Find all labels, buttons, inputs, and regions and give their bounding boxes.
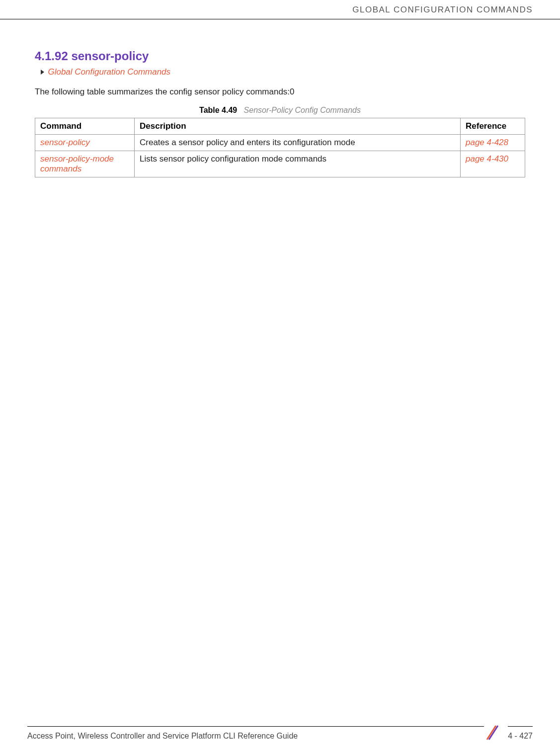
header-command: Command [35, 118, 135, 135]
main-content: 4.1.92 sensor-policy Global Configuratio… [0, 19, 560, 177]
header-description: Description [135, 118, 461, 135]
triangle-right-icon [41, 70, 44, 75]
reference-link[interactable]: page 4-430 [466, 154, 508, 164]
svg-line-1 [487, 726, 496, 740]
description-text: Lists sensor policy configuration mode c… [140, 154, 326, 164]
table-row: sensor-policy Creates a sensor policy an… [35, 135, 525, 151]
page-header: GLOBAL CONFIGURATION COMMANDS [0, 0, 560, 19]
table-caption-title: Sensor-Policy Config Commands [244, 106, 361, 114]
slash-icon [484, 724, 502, 744]
intro-paragraph: The following table summarizes the confi… [35, 87, 525, 97]
table-row: sensor-policy-mode commands Lists sensor… [35, 151, 525, 177]
svg-line-0 [489, 726, 498, 740]
section-heading: 4.1.92 sensor-policy [35, 49, 525, 63]
command-link[interactable]: sensor-policy [40, 138, 90, 147]
table-caption: Table 4.49 Sensor-Policy Config Commands [35, 106, 525, 115]
footer-right: 4 - 427 [484, 721, 533, 741]
table-header-row: Command Description Reference [35, 118, 525, 135]
header-reference: Reference [461, 118, 525, 135]
reference-link[interactable]: page 4-428 [466, 138, 508, 147]
page-number: 4 - 427 [508, 726, 533, 741]
footer-guide-title: Access Point, Wireless Controller and Se… [27, 726, 484, 741]
table-caption-label: Table 4.49 [199, 106, 237, 114]
breadcrumb: Global Configuration Commands [41, 67, 525, 77]
description-text: Creates a sensor policy and enters its c… [140, 138, 355, 147]
page-footer: Access Point, Wireless Controller and Se… [0, 721, 560, 741]
breadcrumb-link[interactable]: Global Configuration Commands [48, 67, 170, 77]
command-link[interactable]: sensor-policy-mode commands [40, 154, 114, 173]
header-title: GLOBAL CONFIGURATION COMMANDS [352, 5, 533, 14]
command-table: Command Description Reference sensor-pol… [35, 118, 525, 177]
